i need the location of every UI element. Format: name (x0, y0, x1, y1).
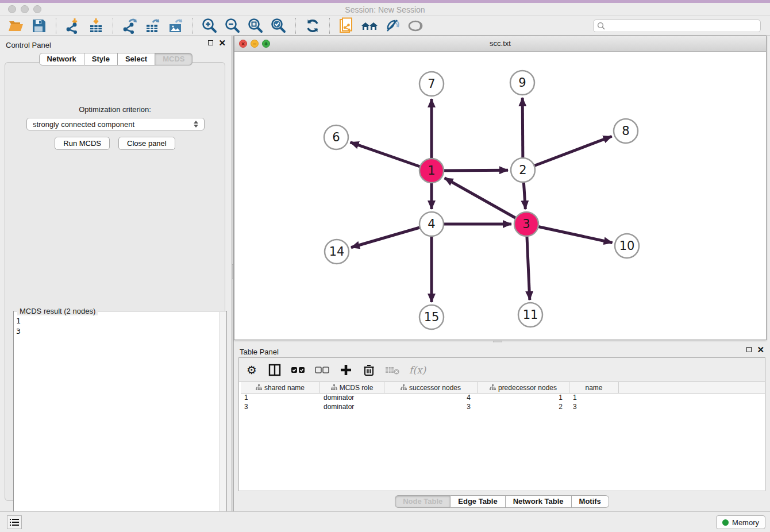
network-window-titlebar[interactable]: × – + scc.txt (234, 36, 766, 52)
save-session-button[interactable] (29, 17, 49, 34)
graph-node-7[interactable]: 7 (419, 72, 444, 96)
graph-node-9[interactable]: 9 (510, 71, 534, 95)
table-cell[interactable]: 3 (384, 403, 478, 412)
table-cell[interactable]: 3 (569, 403, 619, 412)
optimization-criterion-dropdown[interactable]: strongly connected component (26, 118, 205, 130)
select-all-button[interactable] (291, 363, 306, 377)
graph-edge-3-1[interactable] (445, 178, 526, 224)
mcds-result-text[interactable]: 1 3 (16, 316, 217, 525)
graph-node-4[interactable]: 4 (419, 212, 444, 236)
tab-style[interactable]: Style (84, 53, 118, 65)
tab-select[interactable]: Select (118, 53, 155, 65)
memory-button[interactable]: Memory (716, 515, 765, 529)
delete-table-button[interactable] (385, 363, 400, 377)
export-network-button[interactable] (120, 17, 140, 34)
home-first-neighbors-button[interactable] (360, 17, 379, 34)
graph-edge-3-10[interactable] (526, 224, 613, 242)
import-network-icon (65, 18, 81, 34)
tab-mcds[interactable]: MCDS (155, 53, 192, 65)
search-input[interactable] (605, 22, 757, 30)
graph-node-8[interactable]: 8 (614, 119, 638, 143)
result-scrollbar[interactable] (219, 312, 226, 527)
zoom-out-button[interactable] (223, 17, 242, 34)
zoom-selected-icon (271, 18, 287, 34)
zoom-fit-button[interactable] (246, 17, 265, 34)
import-table-button[interactable] (86, 17, 106, 34)
export-image-button[interactable] (166, 17, 186, 34)
close-panel-icon[interactable]: ✕ (218, 40, 226, 46)
graph-node-14[interactable]: 14 (325, 240, 349, 264)
new-network-button[interactable] (337, 17, 356, 34)
zoom-selected-button[interactable] (269, 17, 288, 34)
tab-node-table[interactable]: Node Table (395, 495, 451, 508)
main-toolbar (0, 16, 770, 36)
graph-node-2[interactable]: 2 (511, 158, 535, 182)
open-file-button[interactable] (6, 17, 26, 34)
home-icon (360, 18, 379, 33)
zoom-in-button[interactable] (200, 17, 220, 34)
dropdown-value: strongly connected component (33, 120, 134, 129)
float-panel-icon[interactable] (208, 40, 213, 45)
graphics-details-icon (384, 18, 401, 33)
table-cell[interactable]: 3 (241, 403, 320, 412)
tab-edge-table[interactable]: Edge Table (451, 495, 505, 508)
toolbar-separator (192, 18, 193, 34)
delete-row-button[interactable] (362, 363, 376, 377)
graph-node-11[interactable]: 11 (518, 303, 542, 327)
app-window-title: Session: New Session (0, 5, 770, 14)
table-cell[interactable]: 2 (478, 403, 569, 412)
search-box[interactable] (593, 20, 761, 32)
table-cell[interactable]: dominator (320, 394, 384, 403)
import-network-button[interactable] (63, 17, 83, 34)
tab-network-table[interactable]: Network Table (506, 495, 572, 508)
show-columns-button[interactable] (268, 363, 282, 377)
column-header-name[interactable]: name (569, 382, 619, 393)
node-table-container: ⚙ f(x) shared nameMCDS rolesuccessor nod (238, 357, 765, 491)
table-cell[interactable]: dominator (320, 403, 384, 412)
add-row-button[interactable] (339, 363, 353, 377)
toolbar-separator (295, 18, 296, 34)
table-cell[interactable]: 1 (478, 394, 569, 403)
float-panel-icon[interactable] (746, 347, 752, 352)
task-history-button[interactable] (7, 515, 22, 529)
svg-text:4: 4 (428, 217, 435, 231)
app-titlebar: Session: New Session (0, 3, 770, 16)
graph-node-15[interactable]: 15 (419, 305, 444, 329)
graph-node-10[interactable]: 10 (615, 234, 639, 258)
svg-text:14: 14 (329, 245, 345, 259)
node-table: shared nameMCDS rolesuccessor nodesprede… (239, 382, 765, 412)
table-cell[interactable]: 1 (569, 394, 619, 403)
function-builder-button[interactable]: f(x) (409, 363, 426, 377)
refresh-layout-button[interactable] (303, 17, 322, 34)
refresh-icon (305, 18, 320, 33)
graph-edge-1-6[interactable] (351, 142, 432, 171)
shared-column-icon (256, 384, 262, 391)
export-table-button[interactable] (143, 17, 163, 34)
column-header-predecessor-nodes[interactable]: predecessor nodes (478, 382, 569, 393)
column-header-MCDS-role[interactable]: MCDS role (320, 382, 384, 393)
birds-eye-view-button[interactable] (406, 17, 425, 34)
run-mcds-button[interactable]: Run MCDS (55, 137, 110, 150)
close-panel-icon[interactable]: ✕ (757, 346, 764, 353)
tab-motifs[interactable]: Motifs (572, 495, 609, 508)
column-header-shared-name[interactable]: shared name (241, 382, 320, 393)
close-panel-button[interactable]: Close panel (118, 137, 175, 150)
tab-network[interactable]: Network (39, 53, 84, 65)
graph-node-3[interactable]: 3 (514, 212, 538, 236)
table-cell[interactable]: 1 (241, 394, 320, 403)
svg-text:15: 15 (424, 310, 440, 324)
graph-edge-2-8[interactable] (523, 136, 612, 170)
table-row[interactable]: 3dominator323 (241, 403, 765, 412)
table-settings-button[interactable]: ⚙ (245, 363, 259, 377)
list-icon (10, 518, 19, 526)
toggle-graphics-details-button[interactable] (383, 17, 402, 34)
plus-icon (340, 364, 352, 376)
memory-status-icon (722, 519, 729, 526)
graph-node-1[interactable]: 1 (419, 159, 444, 183)
deselect-all-button[interactable] (315, 363, 330, 377)
column-header-successor-nodes[interactable]: successor nodes (384, 382, 478, 393)
network-canvas[interactable]: 7968124314101511 (234, 52, 766, 340)
table-cell[interactable]: 4 (384, 394, 478, 403)
graph-node-6[interactable]: 6 (324, 125, 348, 149)
table-row[interactable]: 1dominator411 (241, 394, 765, 403)
